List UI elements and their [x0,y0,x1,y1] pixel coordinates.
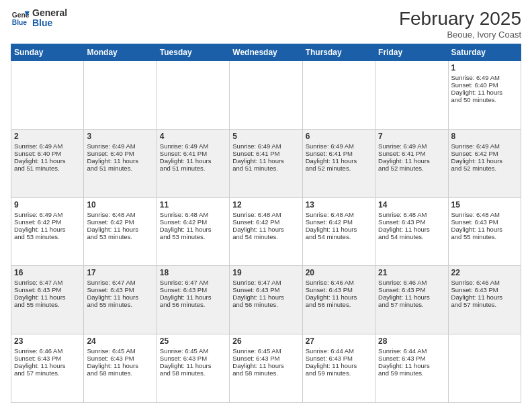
day-info: Sunrise: 6:45 AM [87,347,153,355]
calendar-table: SundayMondayTuesdayWednesdayThursdayFrid… [11,44,521,403]
day-info: Sunset: 6:43 PM [451,286,518,293]
day-info: Sunrise: 6:45 AM [232,347,299,355]
day-info: Sunrise: 6:49 AM [87,142,153,150]
day-number: 25 [160,336,226,346]
table-row: 25Sunrise: 6:45 AMSunset: 6:43 PMDayligh… [157,334,229,403]
page: General Blue General Blue February 2025 … [0,0,532,411]
day-info: and 57 minutes. [14,369,81,377]
day-info: and 55 minutes. [451,233,518,240]
table-row [84,61,157,130]
day-info: Sunset: 6:43 PM [378,355,445,362]
day-info: Daylight: 11 hours [14,362,81,369]
day-number: 15 [451,200,518,210]
day-info: Sunrise: 6:47 AM [87,279,153,286]
table-row [157,61,229,130]
month-title: February 2025 [399,8,521,30]
calendar-week-row: 2Sunrise: 6:49 AMSunset: 6:40 PMDaylight… [11,129,521,197]
day-number: 16 [14,268,81,277]
day-header-sunday: Sunday [11,44,84,61]
day-info: Sunset: 6:41 PM [378,150,445,157]
table-row: 2Sunrise: 6:49 AMSunset: 6:40 PMDaylight… [11,129,84,197]
day-info: and 56 minutes. [160,301,226,308]
day-info: and 52 minutes. [451,165,518,172]
table-row: 17Sunrise: 6:47 AMSunset: 6:43 PMDayligh… [84,266,157,334]
day-number: 7 [378,132,445,141]
day-number: 17 [87,268,153,277]
day-info: Sunrise: 6:49 AM [378,142,445,150]
day-info: Daylight: 11 hours [232,226,299,233]
day-info: Sunrise: 6:46 AM [378,279,445,286]
day-info: Sunset: 6:41 PM [232,150,299,157]
table-row: 27Sunrise: 6:44 AMSunset: 6:43 PMDayligh… [302,334,375,403]
day-info: Sunrise: 6:48 AM [232,211,299,218]
day-info: Daylight: 11 hours [160,362,226,369]
day-info: Sunset: 6:42 PM [14,218,81,226]
day-number: 19 [232,268,299,277]
day-info: Daylight: 11 hours [306,226,372,233]
table-row: 14Sunrise: 6:48 AMSunset: 6:43 PMDayligh… [375,197,448,266]
table-row: 3Sunrise: 6:49 AMSunset: 6:40 PMDaylight… [84,129,157,197]
day-info: Daylight: 11 hours [451,293,518,301]
day-number: 26 [232,336,299,346]
day-info: Daylight: 11 hours [451,157,518,165]
day-info: Daylight: 11 hours [87,157,153,165]
day-info: Sunrise: 6:46 AM [451,279,518,286]
day-info: Sunset: 6:40 PM [14,150,81,157]
day-header-saturday: Saturday [448,44,521,61]
day-info: and 53 minutes. [87,233,153,240]
day-info: Sunrise: 6:44 AM [306,347,372,355]
table-row: 26Sunrise: 6:45 AMSunset: 6:43 PMDayligh… [230,334,302,403]
day-info: Sunset: 6:43 PM [160,355,226,362]
day-number: 3 [87,132,153,141]
table-row: 18Sunrise: 6:47 AMSunset: 6:43 PMDayligh… [157,266,229,334]
day-info: Daylight: 11 hours [451,226,518,233]
day-info: Sunset: 6:43 PM [232,286,299,293]
day-info: Sunrise: 6:46 AM [14,347,81,355]
day-info: Sunrise: 6:49 AM [451,142,518,150]
day-info: Sunset: 6:43 PM [87,286,153,293]
day-info: Sunrise: 6:49 AM [160,142,226,150]
day-number: 8 [451,132,518,141]
day-info: Sunset: 6:43 PM [14,355,81,362]
day-info: Sunrise: 6:47 AM [14,279,81,286]
day-header-thursday: Thursday [302,44,375,61]
day-number: 22 [451,268,518,277]
table-row: 12Sunrise: 6:48 AMSunset: 6:42 PMDayligh… [230,197,302,266]
day-info: Sunset: 6:43 PM [14,286,81,293]
day-number: 10 [87,200,153,210]
svg-text:Blue: Blue [12,19,28,27]
table-row: 16Sunrise: 6:47 AMSunset: 6:43 PMDayligh… [11,266,84,334]
day-info: and 51 minutes. [232,165,299,172]
day-header-friday: Friday [375,44,448,61]
table-row: 11Sunrise: 6:48 AMSunset: 6:42 PMDayligh… [157,197,229,266]
table-row: 6Sunrise: 6:49 AMSunset: 6:41 PMDaylight… [302,129,375,197]
day-info: Sunset: 6:42 PM [160,218,226,226]
day-info: Sunset: 6:42 PM [232,218,299,226]
day-info: Sunset: 6:42 PM [306,218,372,226]
day-number: 28 [378,336,445,346]
day-info: Daylight: 11 hours [160,293,226,301]
day-info: Daylight: 11 hours [378,362,445,369]
day-info: Sunset: 6:41 PM [160,150,226,157]
table-row: 1Sunrise: 6:49 AMSunset: 6:40 PMDaylight… [448,61,521,130]
day-info: Sunrise: 6:46 AM [306,279,372,286]
day-info: Sunset: 6:41 PM [306,150,372,157]
day-info: and 51 minutes. [160,165,226,172]
day-number: 24 [87,336,153,346]
day-number: 6 [306,132,372,141]
day-number: 21 [378,268,445,277]
day-info: Sunrise: 6:49 AM [306,142,372,150]
day-info: Sunset: 6:43 PM [451,218,518,226]
day-info: and 51 minutes. [14,165,81,172]
day-number: 14 [378,200,445,210]
day-number: 9 [14,200,81,210]
day-number: 4 [160,132,226,141]
table-row [448,334,521,403]
calendar-week-row: 1Sunrise: 6:49 AMSunset: 6:40 PMDaylight… [11,61,521,130]
day-info: Daylight: 11 hours [306,362,372,369]
logo: General Blue General Blue [11,8,67,29]
day-info: and 54 minutes. [232,233,299,240]
calendar-week-row: 9Sunrise: 6:49 AMSunset: 6:42 PMDaylight… [11,197,521,266]
day-info: Sunset: 6:43 PM [87,355,153,362]
table-row: 22Sunrise: 6:46 AMSunset: 6:43 PMDayligh… [448,266,521,334]
